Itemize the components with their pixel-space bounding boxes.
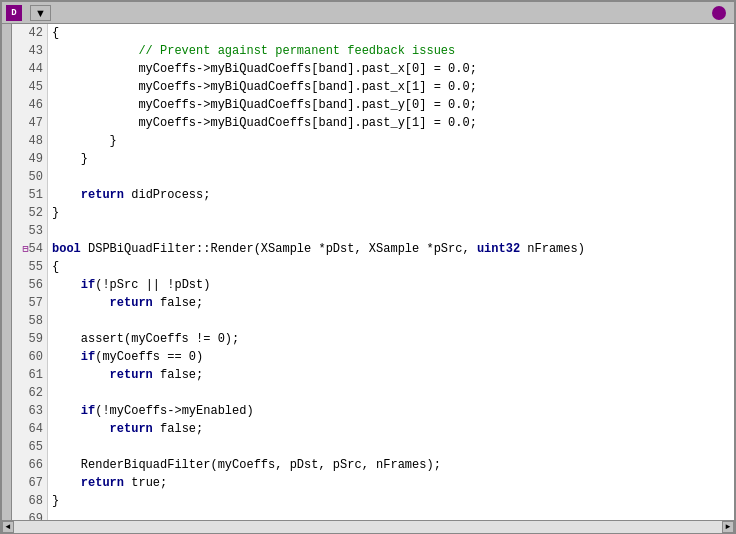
code-line: { <box>52 24 730 42</box>
code-line: RenderBiquadFilter(myCoeffs, pDst, pSrc,… <box>52 456 730 474</box>
line-number: 44 <box>16 60 43 78</box>
line-number: 43 <box>16 42 43 60</box>
code-line <box>52 384 730 402</box>
line-number: 69 <box>16 510 43 520</box>
code-line: return false; <box>52 366 730 384</box>
title-right <box>712 6 730 20</box>
code-line: if(!myCoeffs->myEnabled) <box>52 402 730 420</box>
code-line: assert(myCoeffs != 0); <box>52 330 730 348</box>
code-line: { <box>52 258 730 276</box>
code-line: } <box>52 492 730 510</box>
line-number: ⊟54 <box>16 240 43 258</box>
code-line <box>52 438 730 456</box>
line-number: 65 <box>16 438 43 456</box>
code-line: return false; <box>52 420 730 438</box>
code-line <box>52 222 730 240</box>
render-icon <box>712 6 726 20</box>
code-line: } <box>52 204 730 222</box>
line-number: 48 <box>16 132 43 150</box>
line-number: 51 <box>16 186 43 204</box>
code-line: return false; <box>52 294 730 312</box>
code-line: myCoeffs->myBiQuadCoeffs[band].past_x[1]… <box>52 78 730 96</box>
bottom-scrollbar: ◄ ► <box>2 520 734 532</box>
line-number: 49 <box>16 150 43 168</box>
line-number: 46 <box>16 96 43 114</box>
code-line <box>52 168 730 186</box>
code-line: return true; <box>52 474 730 492</box>
code-line: myCoeffs->myBiQuadCoeffs[band].past_x[0]… <box>52 60 730 78</box>
code-content[interactable]: { // Prevent against permanent feedback … <box>48 24 734 520</box>
line-number: 56 <box>16 276 43 294</box>
main-window: D ▼ 424344454647484950515253⊟54555657585… <box>0 0 736 534</box>
line-number: 66 <box>16 456 43 474</box>
left-gutter <box>2 24 12 520</box>
code-line <box>52 312 730 330</box>
main-content: 424344454647484950515253⊟545556575859606… <box>2 24 734 520</box>
app-icon: D <box>6 5 22 21</box>
line-number: 42 <box>16 24 43 42</box>
line-number: 59 <box>16 330 43 348</box>
code-line: bool DSPBiQuadFilter::Render(XSample *pD… <box>52 240 730 258</box>
line-number: 58 <box>16 312 43 330</box>
line-number: 50 <box>16 168 43 186</box>
code-line: myCoeffs->myBiQuadCoeffs[band].past_y[0]… <box>52 96 730 114</box>
line-number: 55 <box>16 258 43 276</box>
line-number: 53 <box>16 222 43 240</box>
line-number: 68 <box>16 492 43 510</box>
line-number: 52 <box>16 204 43 222</box>
fold-marker[interactable]: ⊟ <box>23 244 29 255</box>
code-line: myCoeffs->myBiQuadCoeffs[band].past_y[1]… <box>52 114 730 132</box>
title-dropdown-button[interactable]: ▼ <box>30 5 51 21</box>
code-line <box>52 510 730 520</box>
line-number: 57 <box>16 294 43 312</box>
code-line: } <box>52 150 730 168</box>
code-area: 424344454647484950515253⊟545556575859606… <box>12 24 734 520</box>
line-number: 62 <box>16 384 43 402</box>
code-line: // Prevent against permanent feedback is… <box>52 42 730 60</box>
line-number: 47 <box>16 114 43 132</box>
line-number: 61 <box>16 366 43 384</box>
code-line: if(myCoeffs == 0) <box>52 348 730 366</box>
scroll-track[interactable] <box>14 521 722 533</box>
line-number: 63 <box>16 402 43 420</box>
line-numbers: 424344454647484950515253⊟545556575859606… <box>12 24 48 520</box>
line-number: 45 <box>16 78 43 96</box>
scroll-right-button[interactable]: ► <box>722 521 734 533</box>
code-line: return didProcess; <box>52 186 730 204</box>
title-left: D ▼ <box>6 5 51 21</box>
line-number: 60 <box>16 348 43 366</box>
line-number: 67 <box>16 474 43 492</box>
code-line: } <box>52 132 730 150</box>
code-line: if(!pSrc || !pDst) <box>52 276 730 294</box>
scroll-left-button[interactable]: ◄ <box>2 521 14 533</box>
title-bar: D ▼ <box>2 2 734 24</box>
line-number: 64 <box>16 420 43 438</box>
